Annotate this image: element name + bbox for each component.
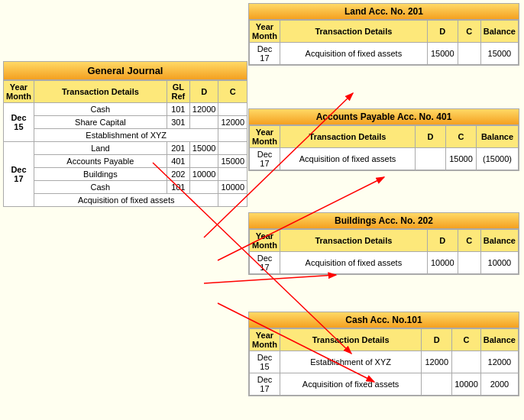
row-sharecapital-c: 12000 (218, 116, 247, 129)
cash-row1-c (452, 351, 481, 373)
ap-td-header: Transaction Details (280, 126, 415, 148)
cash-account: Cash Acc. No.101 YearMonth Transaction D… (248, 312, 519, 396)
row-cash-details: Cash (34, 103, 167, 116)
row-buildings-d: 10000 (189, 168, 218, 181)
ap-row-c: 15000 (446, 148, 477, 170)
bld-row-ym: Dec17 (250, 252, 280, 274)
ap-account: Accounts Payable Acc. No. 401 YearMonth … (248, 108, 519, 171)
ap-year-header: YearMonth (250, 126, 280, 148)
cash-row2-d (422, 373, 452, 396)
land-row-balance: 15000 (480, 43, 518, 65)
row-buildings-details: Buildings (34, 168, 167, 181)
bld-row-d: 10000 (427, 252, 458, 274)
ap-c-header: C (446, 126, 477, 148)
ap-row-balance: (15000) (477, 148, 519, 170)
c-header: C (218, 81, 247, 103)
bld-row-c (458, 252, 480, 274)
row-cash2-glref: 101 (167, 181, 189, 194)
cash-row1-details: Establishment of XYZ (280, 351, 421, 373)
row-dec15-yearmonth: Dec15 (4, 103, 34, 142)
land-balance-header: Balance (480, 21, 518, 43)
bld-row-details: Acquisition of fixed assets (280, 252, 427, 274)
cash-c-header: C (452, 329, 481, 351)
land-row-ym: Dec17 (250, 43, 280, 65)
row-ap-details: Accounts Payable (34, 155, 167, 168)
row-cash2-d (189, 181, 218, 194)
row-sharecapital-d (189, 116, 218, 129)
row-buildings-c (218, 168, 247, 181)
row-cash2-details: Cash (34, 181, 167, 194)
land-d-header: D (427, 21, 458, 43)
row-establishment-c (218, 129, 247, 142)
bld-c-header: C (458, 230, 480, 252)
row-ap-glref: 401 (167, 155, 189, 168)
land-account-table: YearMonth Transaction Details D C Balanc… (249, 20, 519, 65)
general-journal: General Journal YearMonth Transaction De… (3, 61, 247, 207)
land-year-header: YearMonth (250, 21, 280, 43)
cash-row1-d: 12000 (422, 351, 452, 373)
bld-balance-header: Balance (480, 230, 518, 252)
cash-account-title: Cash Acc. No.101 (249, 312, 519, 328)
row-cash-d: 12000 (189, 103, 218, 116)
land-row-c (458, 43, 480, 65)
row-land-d: 15000 (189, 142, 218, 155)
row-cash2-c: 10000 (218, 181, 247, 194)
glref-header: GL Ref (167, 81, 189, 103)
cash-year-header: YearMonth (250, 329, 280, 351)
land-row-details: Acquisition of fixed assets (280, 43, 427, 65)
bld-d-header: D (427, 230, 458, 252)
row-sharecapital-details: Share Capital (34, 116, 167, 129)
row-establishment-details: Establishment of XYZ (34, 129, 218, 142)
bld-year-header: YearMonth (250, 230, 280, 252)
buildings-account-title: Buildings Acc. No. 202 (249, 213, 519, 229)
ap-row-details: Acquisition of fixed assets (280, 148, 415, 170)
ap-d-header: D (416, 126, 446, 148)
cash-row2-details: Acquisition of fixed assets (280, 373, 421, 396)
bld-td-header: Transaction Details (280, 230, 427, 252)
buildings-account: Buildings Acc. No. 202 YearMonth Transac… (248, 212, 519, 275)
land-account-title: Land Acc. No. 201 (249, 4, 519, 20)
row-land-details: Land (34, 142, 167, 155)
cash-d-header: D (422, 329, 452, 351)
row-cash-glref: 101 (167, 103, 189, 116)
row-acquisition-c (218, 194, 247, 207)
year-header: YearMonth (4, 81, 34, 103)
land-row-d: 15000 (427, 43, 458, 65)
general-journal-title: General Journal (3, 61, 247, 80)
cash-balance-header: Balance (480, 329, 518, 351)
cash-row1-balance: 12000 (480, 351, 518, 373)
d-header: D (189, 81, 218, 103)
arrow-buildings (204, 275, 336, 283)
ap-row-ym: Dec17 (250, 148, 280, 170)
ap-balance-header: Balance (477, 126, 519, 148)
ap-row-d (416, 148, 446, 170)
cash-row2-c: 10000 (452, 373, 481, 396)
transaction-header: Transaction Details (34, 81, 167, 103)
row-land-c (218, 142, 247, 155)
land-account: Land Acc. No. 201 YearMonth Transaction … (248, 3, 519, 66)
land-td-header: Transaction Details (280, 21, 427, 43)
row-cash-c (218, 103, 247, 116)
ap-account-title: Accounts Payable Acc. No. 401 (249, 109, 519, 125)
row-buildings-glref: 202 (167, 168, 189, 181)
cash-row2-ym: Dec17 (250, 373, 280, 396)
buildings-account-table: YearMonth Transaction Details D C Balanc… (249, 229, 519, 274)
bld-row-balance: 10000 (480, 252, 518, 274)
ap-account-table: YearMonth Transaction Details D C Balanc… (249, 125, 519, 170)
cash-account-table: YearMonth Transaction Details D C Balanc… (249, 328, 519, 396)
row-land-glref: 201 (167, 142, 189, 155)
row-dec17-yearmonth: Dec17 (4, 142, 34, 207)
cash-td-header: Transaction Details (280, 329, 421, 351)
row-sharecapital-glref: 301 (167, 116, 189, 129)
row-ap-d (189, 155, 218, 168)
cash-row2-balance: 2000 (480, 373, 518, 396)
cash-row1-ym: Dec15 (250, 351, 280, 373)
general-journal-table: YearMonth Transaction Details GL Ref D C… (3, 80, 247, 207)
land-c-header: C (458, 21, 480, 43)
row-ap-c: 15000 (218, 155, 247, 168)
row-acquisition-details: Acquisition of fixed assets (34, 194, 218, 207)
